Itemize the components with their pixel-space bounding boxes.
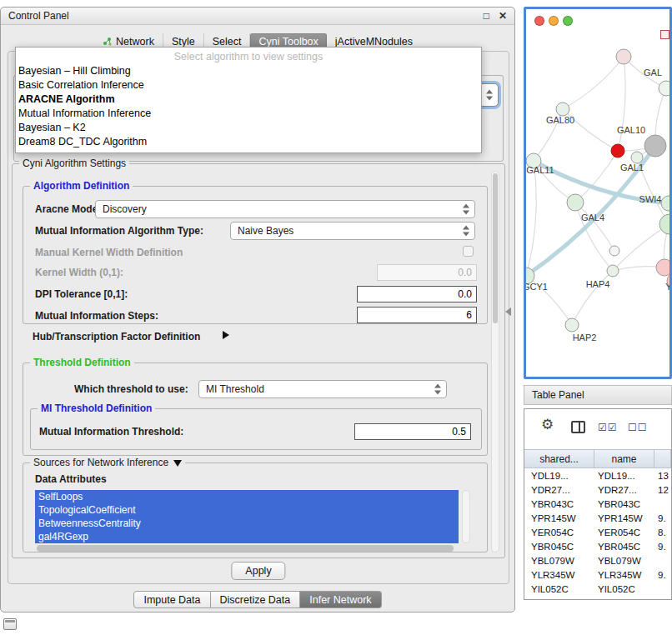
tab-label: jActiveMNodules	[335, 36, 413, 48]
bottom-tab-impute-data[interactable]: Impute Data	[133, 591, 210, 608]
attribute-item-gal4rgexp[interactable]: gal4RGexp	[35, 530, 459, 543]
network-node[interactable]	[656, 259, 669, 276]
table-row[interactable]: YBR045CYBR045C9.	[524, 540, 671, 554]
table-row[interactable]: YER054CYER054C8.	[524, 526, 671, 540]
aracne-mode-select[interactable]: Discovery	[95, 200, 475, 218]
settings-vscrollbar-thumb[interactable]	[493, 173, 498, 323]
bottom-tab-discretize-data[interactable]: Discretize Data	[211, 591, 301, 608]
algorithm-option-aracne-algorithm[interactable]: ARACNE Algorithm	[16, 92, 481, 107]
network-edge[interactable]	[618, 57, 625, 151]
network-canvas[interactable]: GALGAL80GAL10GAL1GAL11SWI4GAL4GCY1HAP4YH…	[526, 9, 669, 377]
network-node[interactable]	[616, 49, 631, 64]
network-icon	[103, 37, 112, 46]
network-node-gal1[interactable]	[631, 152, 643, 163]
stepper-icon	[463, 226, 470, 237]
table-cell: YBR043C	[594, 498, 654, 512]
table-panel-window: ⚙ ☑☑ ☐☐ shared...name YDL19...YDL19...13…	[524, 408, 672, 600]
network-node[interactable]	[644, 135, 666, 157]
table-header-row: shared...name	[524, 449, 671, 468]
attribute-item-betweennesscentrality[interactable]: BetweennessCentrality	[35, 517, 459, 530]
network-node[interactable]	[659, 214, 669, 234]
control-panel-titlebar: Control Panel □ ✕	[1, 8, 514, 25]
table-cell: YBR043C	[524, 498, 594, 512]
network-node-swi4[interactable]	[661, 196, 669, 211]
network-node-gal[interactable]	[659, 81, 669, 96]
which-threshold-select[interactable]: MI Threshold	[198, 380, 447, 398]
gear-icon[interactable]: ⚙	[541, 416, 554, 433]
dpi-tolerance-field[interactable]	[357, 286, 477, 302]
mi-threshold-label: Mutual Information Threshold:	[39, 426, 183, 438]
table-cell: YLR345W	[594, 568, 654, 582]
panel-splitter-handle[interactable]	[505, 308, 511, 316]
network-node-gal10[interactable]	[611, 144, 624, 158]
tab-label: Network	[116, 36, 154, 48]
network-edge[interactable]	[563, 57, 624, 109]
table-cell: YDR27...	[524, 483, 594, 498]
attribute-list[interactable]: SelfLoopsTopologicalCoefficientBetweenne…	[35, 490, 459, 543]
attribute-item-selfloops[interactable]: SelfLoops	[35, 490, 459, 503]
table-cell: YDL19...	[524, 469, 594, 483]
algorithm-option-dream8-dc-tdc-algorithm[interactable]: Dream8 DC_TDC Algorithm	[16, 135, 481, 149]
column-header-shared-[interactable]: shared...	[524, 450, 594, 468]
network-edge[interactable]	[526, 161, 536, 276]
network-node-gal80[interactable]	[556, 102, 569, 116]
sources-title[interactable]: Sources for Network Inference	[30, 457, 185, 468]
mi-steps-label: Mutual Information Steps:	[35, 310, 158, 322]
settings-vscrollbar[interactable]	[491, 171, 499, 552]
which-threshold-label: Which threshold to use:	[74, 383, 188, 395]
collapse-arrow-icon[interactable]	[173, 460, 182, 467]
columns-icon[interactable]	[571, 421, 585, 433]
stepper-icon	[434, 384, 442, 395]
attribute-list-hscrollbar[interactable]	[37, 545, 454, 552]
hub-section-label[interactable]: Hub/Transcription Factor Definition	[33, 331, 200, 342]
algorithm-option-bayesian-k2[interactable]: Bayesian – K2	[16, 121, 481, 135]
manual-kernel-checkbox[interactable]	[463, 246, 474, 257]
window-minimize-button[interactable]	[549, 16, 559, 26]
table-row[interactable]: YIL052CYIL052C	[524, 582, 671, 597]
node-label-hap2: HAP2	[573, 332, 597, 342]
network-edge[interactable]	[575, 202, 614, 251]
kernel-width-field[interactable]	[377, 264, 477, 281]
mi-threshold-group-title: MI Threshold Definition	[38, 402, 155, 414]
mi-type-value: Naive Bayes	[238, 225, 293, 237]
table-cell: YBR045C	[594, 540, 654, 554]
tab-label: Style	[172, 36, 195, 48]
mi-steps-field[interactable]	[357, 307, 477, 323]
column-header-2[interactable]	[654, 450, 671, 468]
table-row[interactable]: YPR145WYPR145W9.	[524, 512, 671, 526]
window-close-button[interactable]	[534, 16, 544, 26]
close-panel-icon[interactable]: ✕	[499, 10, 507, 22]
network-node-hap4[interactable]	[607, 265, 619, 277]
algorithm-option-bayesian-hill-climbing[interactable]: Bayesian – Hill Climbing	[16, 64, 481, 78]
restore-panel-icon[interactable]	[3, 618, 17, 630]
node-label-gal: GAL	[644, 68, 662, 78]
network-node-hap2[interactable]	[565, 318, 579, 332]
node-label-gal4: GAL4	[581, 212, 604, 222]
network-node-gal4[interactable]	[567, 194, 584, 211]
attribute-list-vscrollbar[interactable]	[462, 490, 470, 543]
table-row[interactable]: YDL19...YDL19...13	[524, 469, 671, 483]
algorithm-option-mutual-information-inference[interactable]: Mutual Information Inference	[16, 107, 481, 121]
float-panel-icon[interactable]: □	[484, 10, 489, 22]
algorithm-placeholder: Select algorithm to view settings	[16, 49, 481, 64]
table-row[interactable]: YBL079WYBL079W	[524, 554, 671, 568]
bottom-tab-infer-network[interactable]: Infer Network	[300, 591, 381, 608]
mi-threshold-field[interactable]	[354, 423, 471, 440]
mi-algorithm-type-select[interactable]: Naive Bayes	[230, 222, 475, 240]
table-cell: YPR145W	[524, 512, 594, 526]
attribute-item-topologicalcoefficient[interactable]: TopologicalCoefficient	[35, 503, 459, 517]
algorithm-option-basic-correlation-inference[interactable]: Basic Correlation Inference	[16, 78, 481, 92]
table-row[interactable]: YBR043CYBR043C	[524, 498, 671, 512]
expand-arrow-icon[interactable]	[223, 331, 229, 339]
table-row[interactable]: YDR27...YDR27...12	[524, 483, 671, 498]
sources-group: Sources for Network Inference Data Attri…	[23, 462, 488, 552]
network-node[interactable]	[609, 246, 619, 256]
control-panel-title: Control Panel	[8, 10, 69, 22]
deselect-all-icon[interactable]: ☐☐	[628, 422, 648, 433]
column-header-name[interactable]: name	[594, 450, 654, 468]
table-row[interactable]: YLR345WYLR345W9.	[524, 568, 671, 582]
select-all-icon[interactable]: ☑☑	[598, 422, 618, 433]
apply-button[interactable]: Apply	[231, 562, 285, 580]
window-zoom-button[interactable]	[563, 16, 573, 26]
table-cell: YBR045C	[524, 540, 594, 554]
